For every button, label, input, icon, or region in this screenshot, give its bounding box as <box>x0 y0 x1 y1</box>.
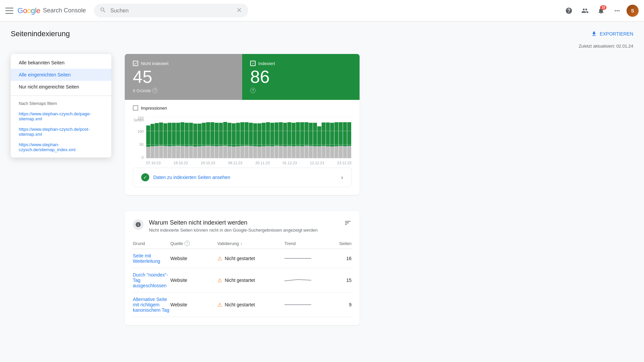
validierung-sort-icon: ↓ <box>240 241 242 246</box>
header-right: 18 S <box>562 4 639 17</box>
svg-rect-39 <box>227 123 231 146</box>
app-header: Google Search Console 18 S <box>0 0 644 21</box>
issue-seiten-3: 9 <box>325 302 352 307</box>
issue-grund-1[interactable]: Seite mit Weiterleitung <box>133 253 170 264</box>
impressions-checkbox[interactable] <box>133 105 138 111</box>
account-settings-button[interactable] <box>578 4 592 17</box>
not-indexed-help-icon[interactable]: ? <box>152 88 158 93</box>
sitemap-link-3[interactable]: https://www.stephan-czysch.de/sitemap_in… <box>11 139 111 155</box>
svg-rect-66 <box>287 146 291 159</box>
svg-rect-13 <box>172 123 176 146</box>
dropdown-item-all-submitted[interactable]: Alle eingereichten Seiten <box>11 69 111 81</box>
indexed-pages-link[interactable]: ✓ Daten zu indexierten Seiten ansehen › <box>133 168 352 187</box>
issues-table: Grund Quelle ? Validierung ↓ Trend Seite… <box>133 238 352 317</box>
info-icon <box>133 219 144 230</box>
svg-rect-15 <box>176 123 180 145</box>
col-header-grund: Grund <box>133 241 170 246</box>
green-check-icon: ✓ <box>141 173 149 181</box>
svg-rect-92 <box>343 146 347 158</box>
svg-rect-57 <box>266 122 270 146</box>
x-axis: 07.10.23 18.10.23 29.10.23 09.11.23 20.1… <box>146 161 352 165</box>
issue-valid-1: ⚠ Nicht gestartet <box>217 255 284 262</box>
svg-rect-36 <box>223 146 227 158</box>
issue-trend-2 <box>284 277 325 284</box>
col-header-trend: Trend <box>284 241 325 246</box>
not-indexed-sub: 6 Gründe ? <box>133 88 234 93</box>
not-indexed-card: Nicht indexiert 45 6 Gründe ? <box>125 54 242 100</box>
y-axis: 150 100 50 0 <box>133 116 146 160</box>
dropdown-item-all-known[interactable]: Alle bekannten Seiten <box>11 57 111 69</box>
x-label-2: 18.10.23 <box>173 161 188 165</box>
x-label-5: 20.11.23 <box>255 161 270 165</box>
why-header: Warum Seiten nicht indexiert werden Nich… <box>133 219 352 233</box>
y-label-50: 50 <box>140 142 144 146</box>
stats-chart-card: Nicht indexiert 45 6 Gründe ? Indexiert … <box>125 54 360 195</box>
filter-button[interactable] <box>344 219 352 228</box>
header-left: Google Search Console <box>5 6 86 15</box>
trend-line-3 <box>284 301 311 308</box>
svg-rect-78 <box>313 146 317 158</box>
svg-rect-2 <box>151 146 155 158</box>
apps-button[interactable] <box>610 4 624 17</box>
svg-rect-61 <box>275 123 279 146</box>
issue-grund-3[interactable]: Alternative Seite mit richtigem kanonisc… <box>133 297 170 313</box>
clear-search-icon[interactable] <box>236 7 243 14</box>
svg-rect-67 <box>287 122 291 146</box>
svg-rect-44 <box>240 146 245 159</box>
indexed-checkbox[interactable] <box>250 61 256 66</box>
search-input[interactable] <box>110 8 236 14</box>
last-updated: Zuletzt aktualisiert: 02.01.24 <box>11 44 633 49</box>
svg-rect-59 <box>270 123 274 146</box>
svg-rect-95 <box>347 122 351 146</box>
svg-rect-53 <box>258 123 262 146</box>
svg-rect-33 <box>215 123 219 146</box>
quelle-help-icon[interactable]: ? <box>184 241 190 246</box>
export-button[interactable]: EXPORTIEREN <box>591 31 633 37</box>
search-bar <box>94 4 248 17</box>
bar-chart-svg <box>146 116 352 160</box>
avatar[interactable]: S <box>627 5 639 17</box>
svg-rect-86 <box>330 146 334 158</box>
svg-rect-19 <box>185 123 189 146</box>
svg-rect-71 <box>296 122 300 146</box>
why-header-left: Warum Seiten nicht indexiert werden Nich… <box>133 219 318 233</box>
svg-rect-80 <box>317 146 321 158</box>
issue-trend-1 <box>284 255 325 262</box>
notifications-button[interactable]: 18 <box>594 4 608 17</box>
svg-rect-73 <box>300 122 304 146</box>
svg-rect-23 <box>193 124 197 146</box>
warning-icon-3: ⚠ <box>217 302 222 308</box>
issue-grund-2[interactable]: Durch "noindex"-Tag ausgeschlossen <box>133 272 170 288</box>
svg-rect-60 <box>275 146 279 158</box>
sitemap-link-2[interactable]: https://www.stephan-czysch.de/post-sitem… <box>11 124 111 139</box>
indexed-header: Indexiert <box>250 61 352 66</box>
svg-rect-62 <box>279 146 283 159</box>
indexed-help-icon[interactable]: ? <box>250 88 256 93</box>
dropdown-item-not-submitted[interactable]: Nur nicht eingereichte Seiten <box>11 81 111 93</box>
svg-rect-18 <box>185 146 189 158</box>
svg-rect-22 <box>193 146 197 158</box>
svg-rect-81 <box>317 126 321 146</box>
svg-rect-11 <box>168 123 172 146</box>
svg-rect-72 <box>300 146 304 158</box>
svg-rect-58 <box>270 146 274 158</box>
y-label-100: 100 <box>138 129 144 133</box>
why-subtitle: Nicht indexierte Seiten können nicht in … <box>149 228 318 233</box>
chevron-right-icon: › <box>341 174 343 181</box>
google-wordmark: Google <box>17 6 40 15</box>
issue-valid-3: ⚠ Nicht gestartet <box>217 302 284 308</box>
trend-line-1 <box>284 255 311 262</box>
help-button[interactable] <box>562 4 576 17</box>
issue-quelle-1: Website <box>170 256 217 261</box>
hamburger-menu-button[interactable] <box>5 7 13 15</box>
col-header-seiten: Seiten <box>325 241 352 246</box>
issue-quelle-3: Website <box>170 302 217 307</box>
trend-line-2 <box>284 277 311 284</box>
table-row: Alternative Seite mit richtigem kanonisc… <box>133 293 352 317</box>
svg-rect-49 <box>249 123 253 146</box>
not-indexed-checkbox[interactable] <box>133 61 138 66</box>
sitemap-link-1[interactable]: https://www.stephan-czysch.de/page-sitem… <box>11 109 111 124</box>
x-label-3: 29.10.23 <box>201 161 215 165</box>
x-label-7: 12.12.23 <box>310 161 324 165</box>
dropdown-divider <box>11 96 111 96</box>
